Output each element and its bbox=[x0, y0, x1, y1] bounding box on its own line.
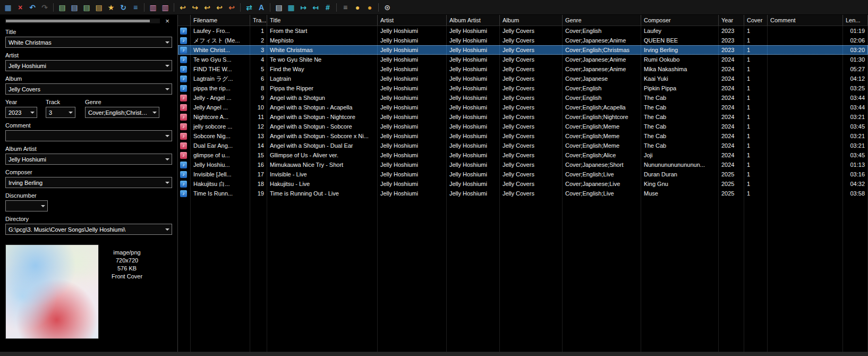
column-header-genre[interactable]: Genre bbox=[563, 15, 641, 26]
column-header-icon[interactable] bbox=[178, 15, 191, 26]
filename-to-tag-icon[interactable]: ↪ bbox=[189, 2, 201, 13]
undo-icon[interactable]: ↶ bbox=[27, 2, 38, 13]
chevron-down-icon[interactable] bbox=[163, 84, 172, 94]
file-type-icon: ♪ bbox=[178, 74, 191, 83]
title-field[interactable]: White Christmas bbox=[5, 37, 172, 48]
table-row[interactable]: ♪メフィスト (Me...2MephistoJelly HoshiumiJell… bbox=[178, 36, 868, 45]
table-row[interactable]: ♪Lagtrain ラグ...6LagtrainJelly HoshiumiJe… bbox=[178, 74, 868, 83]
chevron-down-icon[interactable] bbox=[163, 177, 172, 188]
column-header-artist[interactable]: Artist bbox=[378, 15, 447, 26]
discnumber-field[interactable] bbox=[5, 200, 48, 211]
file-type-icon: ♪ bbox=[178, 189, 191, 198]
web-source-alt-icon[interactable]: ● bbox=[364, 2, 376, 13]
options-icon[interactable]: ⊙ bbox=[381, 2, 393, 13]
filename-to-filename-icon[interactable]: ↩ bbox=[201, 2, 213, 13]
table-row[interactable]: ♪Hakujitsu 白...18Hakujitsu - LiveJelly H… bbox=[178, 179, 868, 189]
chevron-down-icon[interactable] bbox=[163, 154, 172, 164]
table-row[interactable]: ♪Dual Ear Ang...14Angel with a Shotgun -… bbox=[178, 141, 868, 150]
web-source-icon[interactable]: ● bbox=[352, 2, 363, 13]
refresh-icon[interactable]: ↻ bbox=[117, 2, 129, 13]
column-header-track[interactable]: Tra... bbox=[250, 15, 267, 26]
column-header-cover[interactable]: Cover bbox=[744, 15, 768, 26]
chevron-down-icon[interactable] bbox=[163, 61, 172, 71]
extended-tags-icon[interactable]: ▦ bbox=[285, 2, 297, 13]
cell-comment bbox=[768, 179, 843, 189]
track-field[interactable]: 3 bbox=[46, 107, 75, 118]
comment-field[interactable] bbox=[5, 130, 172, 141]
import-icon[interactable]: ↤ bbox=[310, 2, 321, 13]
table-row[interactable]: ♪Te wo Gyu S...4Te wo Gyu Shite NeJelly … bbox=[178, 55, 868, 64]
table-row[interactable]: ♪glimpse of u...15Gllimpse of Us - Alive… bbox=[178, 150, 868, 160]
cell-length: 01:30 bbox=[843, 55, 868, 64]
table-row[interactable]: ♪jelly sobcore ...12Angel with a Shotgun… bbox=[178, 122, 868, 131]
artist-field[interactable]: Jelly Hoshiumi bbox=[5, 60, 172, 71]
table-row[interactable]: ♪White Christ...3White ChristmasJelly Ho… bbox=[178, 45, 868, 55]
paste-tag-icon[interactable]: ▤ bbox=[81, 2, 92, 13]
table-row[interactable]: ♪FIND THE W...5Find the WayJelly Hoshium… bbox=[178, 64, 868, 74]
close-icon[interactable]: × bbox=[163, 18, 172, 24]
chevron-down-icon[interactable] bbox=[150, 107, 159, 117]
column-header-filename[interactable]: Filename bbox=[191, 15, 250, 26]
music-file-icon: ♪ bbox=[180, 95, 187, 101]
column-header-album_artist[interactable]: Album Artist bbox=[447, 15, 500, 26]
music-file-icon: ♪ bbox=[180, 171, 187, 178]
chevron-down-icon[interactable] bbox=[163, 131, 172, 141]
genre-field[interactable]: Cover;English;Christmas bbox=[85, 107, 159, 118]
artist-label: Artist bbox=[5, 52, 172, 58]
case-conversion-icon[interactable]: ⇄ bbox=[243, 2, 255, 13]
table-row[interactable]: ♪Invisible [Jell...17Invisible - LiveJel… bbox=[178, 169, 868, 179]
column-header-length[interactable]: Len... bbox=[843, 15, 868, 26]
chevron-down-icon[interactable] bbox=[39, 201, 47, 211]
cell-comment bbox=[768, 83, 843, 93]
playlist-add-icon[interactable]: ▤ bbox=[56, 2, 68, 13]
tag-panel-scrollbar-thumb[interactable] bbox=[6, 20, 150, 22]
column-header-album[interactable]: Album bbox=[500, 15, 563, 26]
print-icon[interactable]: ▥ bbox=[147, 2, 159, 13]
edit-tag-icon[interactable]: ▤ bbox=[273, 2, 285, 13]
directory-field[interactable]: G:\pcg\3. Music\Cover Songs\Jelly Hoshiu… bbox=[5, 224, 172, 235]
table-row[interactable]: ♪Time Is Runn...19Time is Running Out - … bbox=[178, 189, 868, 198]
cell-artist: Jelly Hoshiumi bbox=[378, 112, 447, 122]
table-row[interactable]: ♪pippa the rip...8Pippa the RipperJelly … bbox=[178, 83, 868, 93]
cell-track: 5 bbox=[250, 64, 267, 74]
save-icon[interactable]: ▦ bbox=[2, 2, 14, 13]
cell-genre: Cover;English;Nightcore bbox=[563, 112, 641, 122]
cell-composer: Nunununununununun... bbox=[641, 160, 719, 169]
chevron-down-icon[interactable] bbox=[163, 37, 172, 47]
copy-tag-icon[interactable]: ▤ bbox=[69, 2, 80, 13]
tag-panel-scrollbar[interactable] bbox=[5, 19, 160, 23]
export-icon[interactable]: ↦ bbox=[297, 2, 309, 13]
chevron-down-icon[interactable] bbox=[28, 107, 37, 117]
year-field[interactable]: 2023 bbox=[5, 107, 37, 118]
chevron-down-icon[interactable] bbox=[163, 224, 172, 234]
table-row[interactable]: ♪Sobcore Nig...13Angel with a Shotgun - … bbox=[178, 131, 868, 141]
table-row[interactable]: ♪Jelly Hoshiu...16Mimukauwa Nice Try - S… bbox=[178, 160, 868, 169]
redo-icon[interactable]: ↷ bbox=[39, 2, 50, 13]
print-preview-icon[interactable]: ▥ bbox=[159, 2, 171, 13]
table-row[interactable]: ♪Jelly - Angel ...9Angel with a ShotgunJ… bbox=[178, 93, 868, 103]
table-row[interactable]: ♪Nightcore A...11Angel with a Shotgun - … bbox=[178, 112, 868, 122]
favorites-icon[interactable]: ★ bbox=[105, 2, 117, 13]
text-file-to-tag-icon[interactable]: ↩ bbox=[214, 2, 225, 13]
file-list-icon[interactable]: ≡ bbox=[130, 2, 141, 13]
actions-icon[interactable]: A bbox=[256, 2, 267, 13]
album-artist-field[interactable]: Jelly Hoshiumi bbox=[5, 154, 172, 165]
composer-field[interactable]: Irving Berling bbox=[5, 177, 172, 188]
album-cover-art[interactable] bbox=[5, 244, 99, 339]
autonumbering-icon[interactable]: # bbox=[322, 2, 334, 13]
table-row[interactable]: ♪Laufey - Fro...1From the StartJelly Hos… bbox=[178, 26, 868, 36]
remove-tag-icon[interactable]: × bbox=[14, 2, 26, 13]
cell-track: 13 bbox=[250, 131, 267, 141]
column-header-title[interactable]: Title bbox=[267, 15, 378, 26]
column-header-composer[interactable]: Composer bbox=[641, 15, 719, 26]
tools-icon[interactable]: ≡ bbox=[339, 2, 351, 13]
cell-genre: Cover;English;Acapella bbox=[563, 103, 641, 112]
tag-to-filename-icon[interactable]: ↩ bbox=[177, 2, 189, 13]
column-header-comment[interactable]: Comment bbox=[768, 15, 843, 26]
table-row[interactable]: ♪Jelly Angel ...10Angel with a Shotgun -… bbox=[178, 103, 868, 112]
album-field[interactable]: Jelly Covers bbox=[5, 83, 172, 95]
tag-to-tag-icon[interactable]: ↩ bbox=[226, 2, 237, 13]
chevron-down-icon[interactable] bbox=[66, 107, 75, 117]
save-all-icon[interactable]: ▤ bbox=[93, 2, 105, 13]
column-header-year[interactable]: Year bbox=[719, 15, 744, 26]
